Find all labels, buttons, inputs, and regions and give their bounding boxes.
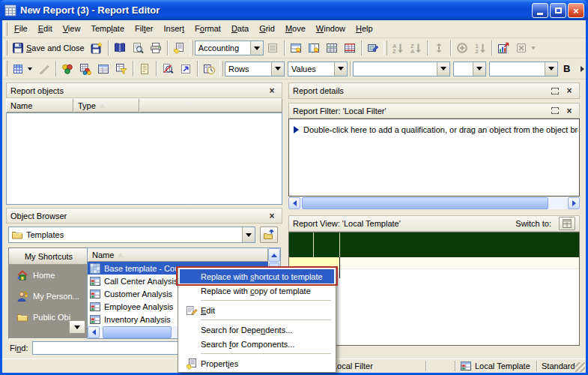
mode-label: Standard (542, 362, 575, 370)
shortcut-button[interactable] (177, 61, 195, 77)
report-details-minimize-button[interactable] (549, 86, 561, 96)
banding-button[interactable] (323, 40, 341, 56)
context-menu-item-replace-with-shortcut-to-template[interactable]: Replace with shortcut to template (180, 269, 334, 284)
report-view-title: Report View: 'Local Template' (293, 219, 515, 228)
combo-dropdown-icon[interactable] (334, 62, 347, 76)
autostyle-list-button[interactable] (94, 61, 112, 77)
contents-button[interactable] (111, 40, 129, 56)
column-header-name[interactable]: Name (6, 98, 73, 112)
filter-qualification-hint[interactable]: Double-click here to add a qualification… (294, 124, 578, 136)
menu-view[interactable]: View (58, 21, 86, 38)
combo-dropdown-icon[interactable] (545, 62, 557, 76)
scroll-left-button[interactable] (288, 197, 300, 209)
template-icon (89, 314, 101, 326)
properties-button[interactable] (170, 40, 188, 56)
context-menu-item-search-for-dependents[interactable]: Search for Dependents... (180, 322, 334, 337)
scroll-up-button[interactable] (268, 248, 280, 262)
autostyle-combo[interactable]: Accounting (195, 40, 264, 56)
toolbar-separator (491, 40, 492, 56)
menu-insert[interactable]: Insert (158, 21, 190, 38)
menu-separator (201, 353, 331, 354)
font-size-combo[interactable] (453, 62, 486, 76)
combo-dropdown-icon[interactable] (437, 62, 449, 76)
folder-combo[interactable]: Templates (8, 226, 255, 243)
folder-up-button[interactable] (260, 226, 278, 243)
autostyle-colors-button[interactable] (58, 61, 76, 77)
switch-view-button[interactable] (559, 217, 575, 230)
combo-dropdown-icon[interactable] (250, 41, 263, 55)
autostyle-grid-button[interactable] (76, 61, 94, 77)
menu-template[interactable]: Template (85, 21, 130, 38)
context-menu-item-search-for-components[interactable]: Search for Components... (180, 337, 334, 351)
grid-format-button[interactable] (364, 40, 382, 56)
view-filter-button[interactable] (159, 61, 177, 77)
clock-icon (203, 63, 215, 75)
save-as-button[interactable] (88, 40, 106, 56)
shortcuts-scroll-down-button[interactable] (69, 320, 85, 334)
folder-combo-value: Templates (23, 230, 242, 239)
grid-header-row[interactable] (289, 232, 579, 257)
scrollbar-thumb[interactable] (103, 326, 172, 338)
resize-grip[interactable] (575, 362, 585, 372)
menu-data[interactable]: Data (226, 21, 254, 38)
outline-button[interactable] (341, 40, 359, 56)
column-header-type[interactable]: Type (73, 98, 139, 112)
statusbar-local-template[interactable]: Local Template (455, 359, 536, 373)
context-menu-item-replace-with-copy-of-template[interactable]: Replace with copy of template (180, 284, 334, 298)
scroll-left-button[interactable] (88, 326, 100, 338)
report-objects-close-button[interactable]: × (266, 86, 278, 96)
schedule-button[interactable] (200, 61, 218, 77)
bold-button[interactable]: B (558, 61, 575, 76)
shortcut-item-home[interactable]: Home (9, 265, 88, 286)
report-filter-title: Report Filter: 'Local Filter' (293, 106, 547, 116)
insert-columns-button[interactable] (305, 40, 323, 56)
menu-grid[interactable]: Grid (254, 21, 280, 38)
menu-help[interactable]: Help (351, 21, 378, 38)
font-name-combo[interactable] (353, 62, 450, 76)
print-button[interactable] (147, 40, 165, 56)
menu-filter[interactable]: Filter (130, 21, 158, 38)
context-menu-item-properties[interactable]: Properties (180, 356, 334, 370)
save-icon (12, 42, 24, 54)
combo-dropdown-icon[interactable] (271, 62, 284, 76)
autostyle-grid-icon (79, 63, 91, 75)
design-view-button (35, 61, 53, 77)
report-filter-close-button[interactable]: × (563, 106, 575, 116)
grid-data-row[interactable] (339, 257, 579, 269)
toolbar-separator (450, 40, 451, 56)
grid-view-button[interactable] (9, 61, 35, 77)
toolbar-overflow-icon[interactable] (581, 66, 584, 72)
insert-rows-button[interactable] (287, 40, 305, 56)
report-filter-hscrollbar[interactable] (288, 197, 580, 209)
minimize-button[interactable] (532, 3, 548, 18)
values-combo[interactable]: Values (288, 62, 348, 76)
object-browser-close-button[interactable]: × (266, 211, 278, 221)
print-preview-button[interactable] (129, 40, 147, 56)
report-notes-button[interactable] (136, 61, 154, 77)
toolbar-gripper (4, 61, 7, 77)
report-view-titlebar: Report View: 'Local Template' Switch to: (288, 215, 580, 232)
my-shortcuts-button[interactable]: My Shortcuts (9, 248, 88, 265)
close-button[interactable]: × (568, 3, 584, 18)
report-objects-list[interactable] (6, 112, 282, 205)
scrollbar-thumb[interactable] (302, 197, 548, 209)
menu-format[interactable]: Format (190, 21, 226, 38)
menu-move[interactable]: Move (280, 21, 311, 38)
combo-dropdown-icon[interactable] (242, 227, 255, 242)
rows-combo[interactable]: Rows (225, 62, 285, 76)
report-filter-minimize-button[interactable] (549, 106, 561, 116)
menu-file[interactable]: File (9, 21, 33, 38)
menu-window[interactable]: Window (311, 21, 351, 38)
report-details-close-button[interactable]: × (563, 86, 575, 96)
column-header-name[interactable]: Name (88, 248, 268, 262)
report-filter-button[interactable] (112, 61, 130, 77)
save-and-close-button[interactable]: Save and Close (9, 40, 88, 56)
scroll-right-button[interactable] (568, 197, 580, 209)
context-menu-item-edit[interactable]: Edit (180, 303, 334, 317)
export-chart-button[interactable] (494, 40, 512, 56)
combo-dropdown-icon[interactable] (473, 62, 485, 76)
format-combo[interactable] (489, 62, 558, 76)
shortcut-item-my-person[interactable]: My Person... (9, 286, 88, 307)
maximize-button[interactable] (550, 3, 566, 18)
menu-edit[interactable]: Edit (33, 21, 58, 38)
